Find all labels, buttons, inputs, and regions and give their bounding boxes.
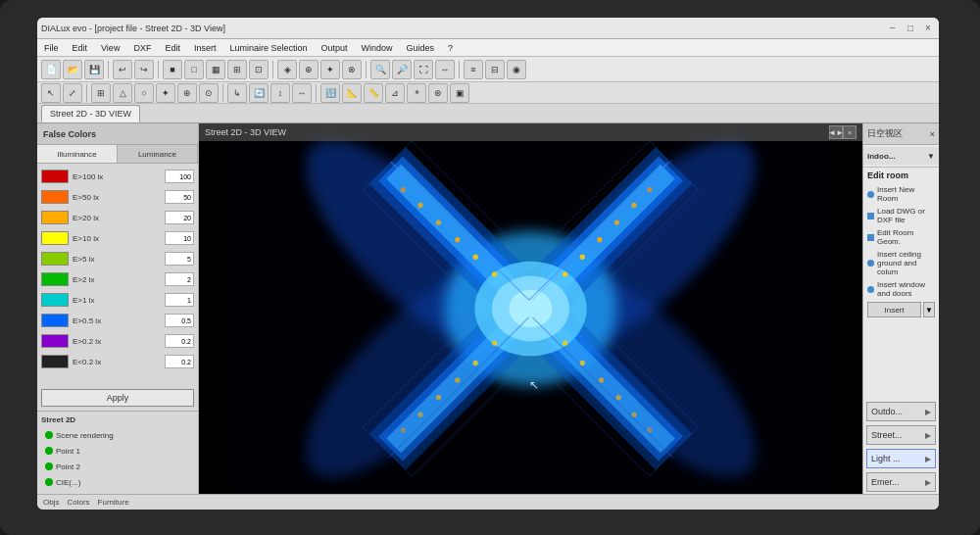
color-input-6[interactable] <box>165 293 194 307</box>
tb2-b5[interactable]: ○ <box>134 83 154 103</box>
tb2-b10[interactable]: 🔄 <box>249 83 269 103</box>
menu-luminaire[interactable]: Luminaire Selection <box>226 43 310 53</box>
viewport-close-button[interactable]: × <box>843 125 857 139</box>
swatch-7[interactable] <box>41 314 69 327</box>
menu-window[interactable]: Window <box>359 43 396 53</box>
tb2-b6[interactable]: ✦ <box>156 83 175 103</box>
menu-help[interactable]: ? <box>445 43 456 53</box>
insert-window-item[interactable]: Insert window and doors <box>863 278 939 300</box>
tree-item-1[interactable]: Point 1 <box>41 443 194 459</box>
insert-new-room-item[interactable]: Insert New Room <box>863 183 939 205</box>
load-dwg-item[interactable]: Load DWG or DXF file <box>863 205 939 226</box>
tb2-b14[interactable]: 📐 <box>342 83 362 103</box>
swatch-5[interactable] <box>41 272 69 286</box>
tb-undo[interactable]: ↩ <box>113 60 132 79</box>
tb-b11[interactable]: 🔎 <box>392 60 412 79</box>
edit-room-geom-item[interactable]: Edit Room Geom. <box>863 226 939 248</box>
left-tab-illuminance[interactable]: Illuminance <box>37 145 118 163</box>
tb-b3[interactable]: ▦ <box>206 60 225 79</box>
tb-b14[interactable]: ≡ <box>464 60 483 79</box>
color-input-9[interactable] <box>165 355 194 368</box>
tb-b13[interactable]: ↔ <box>435 60 455 79</box>
swatch-8[interactable] <box>41 334 69 348</box>
color-input-2[interactable] <box>165 211 194 224</box>
menu-output[interactable]: Output <box>318 43 350 53</box>
swatch-0[interactable] <box>41 170 69 183</box>
tb-b10[interactable]: 🔍 <box>370 60 390 79</box>
menu-file[interactable]: File <box>41 43 62 53</box>
tb-open[interactable]: 📂 <box>63 60 82 79</box>
color-input-5[interactable] <box>165 272 194 286</box>
menu-edit[interactable]: Edit <box>70 43 91 53</box>
minimize-button[interactable]: − <box>886 22 900 35</box>
tb-redo[interactable]: ↪ <box>134 60 154 79</box>
color-input-7[interactable] <box>165 314 194 327</box>
tb-b2[interactable]: □ <box>184 60 204 79</box>
tb-b7[interactable]: ⊕ <box>299 60 318 79</box>
tb-b1[interactable]: ■ <box>163 60 182 79</box>
tb2-b4[interactable]: △ <box>113 83 132 103</box>
tb2-b12[interactable]: ↔ <box>292 83 312 103</box>
tb2-b18[interactable]: ⊛ <box>428 83 448 103</box>
status-colors[interactable]: Colors <box>67 498 89 507</box>
indoor-section-header[interactable]: Indoo... ▼ <box>863 147 939 165</box>
viewport-3d[interactable]: ↖ Street 2D - 3D VIEW ◄► × <box>199 123 862 494</box>
tb2-b2[interactable]: ⤢ <box>63 83 82 103</box>
tree-item-3[interactable]: CIE(...) <box>41 474 194 490</box>
tb-b9[interactable]: ⊗ <box>342 60 362 79</box>
color-input-1[interactable] <box>165 190 194 204</box>
tb-new[interactable]: 📄 <box>41 60 61 79</box>
insert-dropdown-button[interactable]: ▼ <box>923 302 935 317</box>
color-input-3[interactable] <box>165 231 194 245</box>
tb-b12[interactable]: ⛶ <box>414 60 433 79</box>
right-panel-close[interactable]: × <box>930 129 935 139</box>
apply-button[interactable]: Apply <box>41 389 194 407</box>
tb2-b16[interactable]: ⊿ <box>385 83 405 103</box>
menu-dxf[interactable]: DXF <box>130 43 154 53</box>
tb2-b15[interactable]: 📏 <box>364 83 383 103</box>
tb-b15[interactable]: ⊟ <box>485 60 505 79</box>
tb2-b11[interactable]: ↕ <box>270 83 290 103</box>
tb2-b13[interactable]: 🔢 <box>320 83 340 103</box>
tb-b6[interactable]: ◈ <box>277 60 297 79</box>
tb2-b19[interactable]: ▣ <box>450 83 469 103</box>
tree-item-2[interactable]: Point 2 <box>41 459 194 474</box>
swatch-1[interactable] <box>41 190 69 204</box>
left-tab-luminance[interactable]: Luminance <box>118 145 198 163</box>
swatch-4[interactable] <box>41 252 69 266</box>
tb2-b1[interactable]: ↖ <box>41 83 61 103</box>
color-input-4[interactable] <box>165 252 194 266</box>
tb2-b9[interactable]: ↳ <box>227 83 247 103</box>
tb2-b3[interactable]: ⊞ <box>91 83 111 103</box>
menu-edit2[interactable]: Edit <box>162 43 183 53</box>
menu-view[interactable]: View <box>98 43 122 53</box>
swatch-6[interactable] <box>41 293 69 307</box>
outdoor-button[interactable]: Outdo... ▶ <box>866 402 936 421</box>
tb-b4[interactable]: ⊞ <box>227 60 247 79</box>
status-objs[interactable]: Objs <box>43 498 59 507</box>
tb-b16[interactable]: ◉ <box>507 60 526 79</box>
tb2-b17[interactable]: ⌖ <box>407 83 426 103</box>
swatch-2[interactable] <box>41 211 69 224</box>
maximize-button[interactable]: □ <box>904 22 917 35</box>
tab-street2d-3dview[interactable]: Street 2D - 3D VIEW <box>41 105 140 122</box>
color-input-0[interactable] <box>165 170 194 183</box>
light-button[interactable]: Light ... ▶ <box>866 449 936 468</box>
menu-guides[interactable]: Guides <box>404 43 438 53</box>
swatch-9[interactable] <box>41 355 69 368</box>
status-furniture[interactable]: Furniture <box>98 498 129 507</box>
tb2-b7[interactable]: ⊕ <box>177 83 197 103</box>
viewport-pin-button[interactable]: ◄► <box>829 125 843 139</box>
menu-insert[interactable]: Insert <box>191 43 220 53</box>
tb2-b8[interactable]: ⊙ <box>199 83 219 103</box>
tb-b8[interactable]: ✦ <box>320 60 340 79</box>
color-input-8[interactable] <box>165 334 194 348</box>
close-button[interactable]: × <box>921 22 935 35</box>
insert-ceiling-item[interactable]: Insert ceiling ground and colum <box>863 248 939 278</box>
tree-item-0[interactable]: Scene rendering <box>41 427 194 443</box>
street-button[interactable]: Street... ▶ <box>866 425 936 445</box>
tb-b5[interactable]: ⊡ <box>249 60 269 79</box>
swatch-3[interactable] <box>41 231 69 245</box>
tb-save[interactable]: 💾 <box>84 60 104 79</box>
insert-button[interactable]: Insert <box>867 302 921 317</box>
